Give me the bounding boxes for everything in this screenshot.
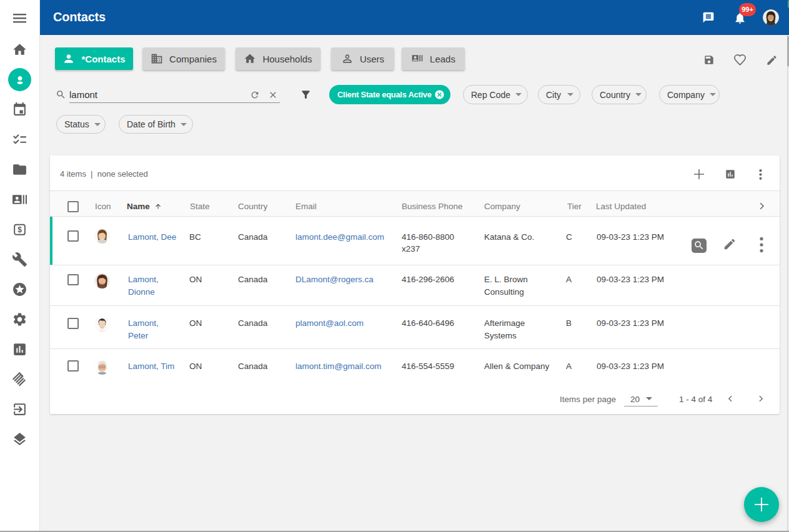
svg-text:$: $ <box>17 225 22 234</box>
